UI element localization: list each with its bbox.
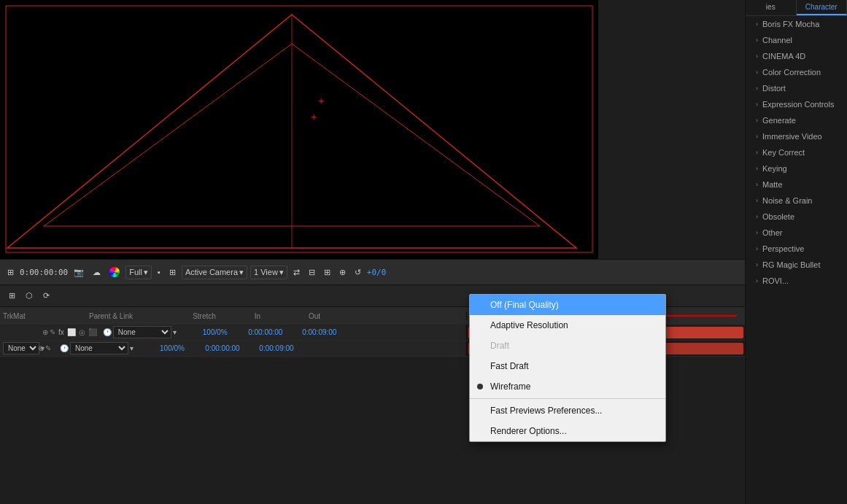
item-label: Wireframe bbox=[490, 381, 530, 392]
effect-item-color-correction[interactable]: › Color Correction bbox=[746, 64, 847, 80]
box-icon: ⬜ bbox=[67, 328, 76, 336]
3d-icon: ⬡ bbox=[26, 291, 33, 301]
toggle-active-button[interactable]: ⊞ bbox=[4, 266, 17, 279]
row-2-left: None ▾ bbox=[3, 342, 32, 354]
item-label: Draft bbox=[490, 341, 509, 351]
svg-rect-3 bbox=[6, 6, 592, 252]
pen-icon-2[interactable]: ✎ bbox=[45, 344, 51, 352]
timeline-parent-btn[interactable]: ⊞ bbox=[6, 290, 18, 302]
chevron-parent-1: ▾ bbox=[173, 328, 177, 336]
row-2-label: None ▾ ⊕ ✎ 🕐 None bbox=[0, 341, 467, 356]
tab-ies[interactable]: ies bbox=[746, 0, 797, 15]
clock-icon-2: 🕐 bbox=[60, 344, 69, 352]
item-label: Renderer Options... bbox=[490, 426, 567, 436]
in-1: 0:00:00:00 bbox=[240, 328, 291, 336]
timeline-3d-btn[interactable]: ⬡ bbox=[23, 290, 36, 302]
solo-icon-2[interactable]: ⊕ bbox=[38, 344, 44, 352]
row-1-icons: ⊕ ✎ bbox=[42, 328, 55, 336]
circle-icon: ◎ bbox=[79, 328, 85, 336]
effect-item-other[interactable]: › Other bbox=[746, 225, 847, 241]
effect-item-perspective[interactable]: › Perspective bbox=[746, 241, 847, 257]
chevron-icon: › bbox=[756, 261, 758, 268]
row-2-parent: 🕐 None ▾ bbox=[60, 342, 147, 354]
stretch-2: 100/0% bbox=[150, 344, 194, 352]
transfer-btn[interactable]: ⇄ bbox=[290, 266, 303, 279]
row-1-parent: 🕐 None ▾ bbox=[103, 326, 190, 338]
solo-icon[interactable]: ⊕ bbox=[42, 328, 48, 336]
quality-label: Full bbox=[129, 268, 142, 276]
snapshot-button[interactable]: 📷 bbox=[71, 266, 87, 279]
toggle-icon: ⊞ bbox=[7, 268, 14, 277]
toolbar: ⊞ 0:00:00:00 📷 ☁ Full ▾ ▪ ⊞ bbox=[0, 259, 745, 285]
fit-btn[interactable]: ⊟ bbox=[306, 266, 318, 279]
bullet-icon bbox=[477, 384, 483, 389]
motion-blur-button[interactable]: ☁ bbox=[90, 266, 104, 279]
link-btn[interactable]: ⊕ bbox=[336, 266, 349, 279]
view-dropdown[interactable]: 1 View ▾ bbox=[250, 265, 287, 279]
tab-character[interactable]: Character bbox=[797, 0, 848, 15]
in-header: In bbox=[232, 312, 283, 320]
dropdown-item-renderer[interactable]: Renderer Options... bbox=[470, 421, 665, 441]
parent-select-1[interactable]: None bbox=[113, 326, 171, 338]
effect-item-cinema4d[interactable]: › CINEMA 4D bbox=[746, 48, 847, 64]
chevron-icon: › bbox=[756, 133, 758, 140]
chevron-down-icon3: ▾ bbox=[279, 268, 284, 277]
camera-dropdown[interactable]: Active Camera ▾ bbox=[182, 265, 247, 279]
fill-icon: ⬛ bbox=[88, 328, 97, 336]
quality-dropdown[interactable]: Full ▾ bbox=[125, 265, 152, 279]
refresh-btn[interactable]: ↺ bbox=[352, 266, 364, 279]
chevron-icon: › bbox=[756, 69, 758, 76]
chevron-icon: › bbox=[756, 85, 758, 92]
effect-item-distort[interactable]: › Distort bbox=[746, 80, 847, 96]
timecode-display[interactable]: 0:00:00:00 bbox=[20, 268, 68, 277]
effect-item-obsolete[interactable]: › Obsolete bbox=[746, 209, 847, 225]
fast-previews-dropdown: Off (Final Quality) Adaptive Resolution … bbox=[469, 294, 666, 442]
effect-item-immersive[interactable]: › Immersive Video bbox=[746, 128, 847, 144]
none-select-2[interactable]: None bbox=[3, 342, 39, 354]
stretch-1: 100/0% bbox=[193, 328, 237, 336]
effect-item-rovi[interactable]: › ROVI... bbox=[746, 273, 847, 289]
pen-icon[interactable]: ✎ bbox=[50, 328, 55, 336]
chevron-icon: › bbox=[756, 213, 758, 220]
effect-item-key-correct[interactable]: › Key Correct bbox=[746, 144, 847, 160]
color-button[interactable] bbox=[107, 265, 123, 279]
dropdown-item-fast-draft[interactable]: Fast Draft bbox=[470, 356, 665, 376]
effects-list: › Boris FX Mocha › Channel › CINEMA 4D ›… bbox=[746, 16, 847, 289]
effect-item-rg-magic[interactable]: › RG Magic Bullet bbox=[746, 257, 847, 273]
effect-item-boris[interactable]: › Boris FX Mocha bbox=[746, 16, 847, 32]
effect-item-keying[interactable]: › Keying bbox=[746, 160, 847, 177]
color-wheel-icon bbox=[109, 267, 120, 277]
camera-icon: 📷 bbox=[74, 268, 84, 277]
dropdown-item-wireframe[interactable]: Wireframe bbox=[470, 376, 665, 397]
row-2-icons: ⊕ ✎ bbox=[38, 344, 51, 352]
effect-item-matte[interactable]: › Matte bbox=[746, 177, 847, 193]
parent-select-2[interactable]: None bbox=[70, 342, 128, 354]
out-2: 0:00:09:00 bbox=[251, 344, 302, 352]
viewport: + + bbox=[0, 0, 598, 259]
item-label: Off (Final Quality) bbox=[490, 300, 559, 310]
effect-item-generate[interactable]: › Generate bbox=[746, 112, 847, 128]
chevron-down-icon: ▾ bbox=[144, 268, 148, 277]
svg-text:+: + bbox=[318, 95, 324, 106]
chevron-icon: › bbox=[756, 245, 758, 252]
square-btn1[interactable]: ▪ bbox=[155, 266, 163, 278]
effect-item-expression[interactable]: › Expression Controls bbox=[746, 96, 847, 112]
square-btn2[interactable]: ⊞ bbox=[166, 266, 179, 279]
refresh-icon: ↺ bbox=[355, 268, 361, 277]
graph-btn[interactable]: ⊞ bbox=[321, 266, 333, 279]
right-panel-tabs: ies Character bbox=[746, 0, 847, 16]
chevron-icon: › bbox=[756, 53, 758, 60]
effect-item-noise[interactable]: › Noise & Grain bbox=[746, 193, 847, 209]
dropdown-item-preferences[interactable]: Fast Previews Preferences... bbox=[470, 400, 665, 421]
chevron-icon: › bbox=[756, 181, 758, 188]
labels-header-col: TrkMat Parent & Link Stretch In Out bbox=[0, 312, 467, 320]
dropdown-item-adaptive[interactable]: Adaptive Resolution bbox=[470, 315, 665, 336]
effect-item-channel[interactable]: › Channel bbox=[746, 32, 847, 48]
sync-icon: ⟳ bbox=[43, 291, 50, 301]
timeline-sync-btn[interactable]: ⟳ bbox=[40, 290, 53, 302]
chevron-icon: › bbox=[756, 165, 758, 172]
in-2: 0:00:00:00 bbox=[197, 344, 248, 352]
square-icon: ▪ bbox=[158, 268, 160, 276]
dropdown-item-off-final-quality[interactable]: Off (Final Quality) bbox=[470, 295, 665, 315]
chevron-icon: › bbox=[756, 149, 758, 156]
